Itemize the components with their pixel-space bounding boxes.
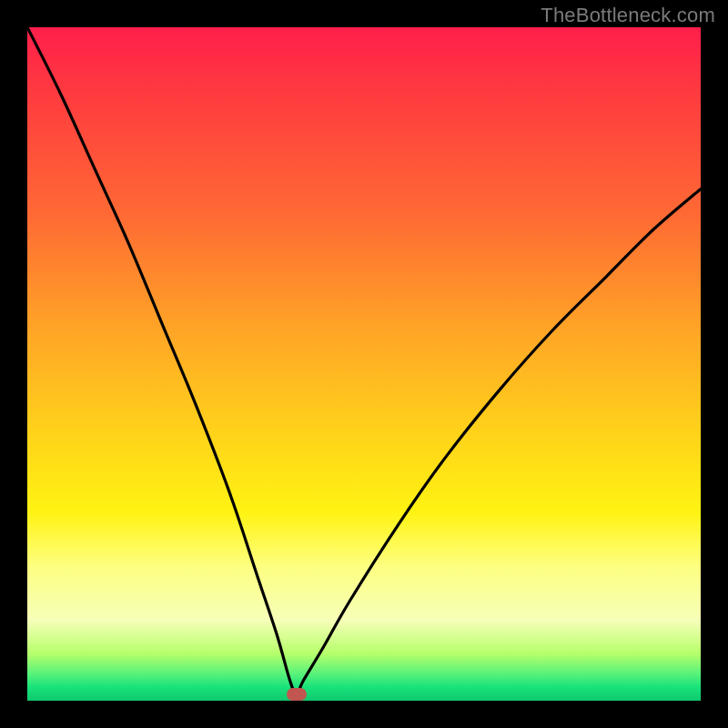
bottleneck-minimum-marker <box>287 688 307 701</box>
curve-svg <box>27 27 701 701</box>
bottleneck-curve <box>27 27 701 694</box>
plot-area <box>27 27 701 701</box>
watermark-text: TheBottleneck.com <box>541 4 715 27</box>
chart-frame: TheBottleneck.com <box>0 0 728 728</box>
